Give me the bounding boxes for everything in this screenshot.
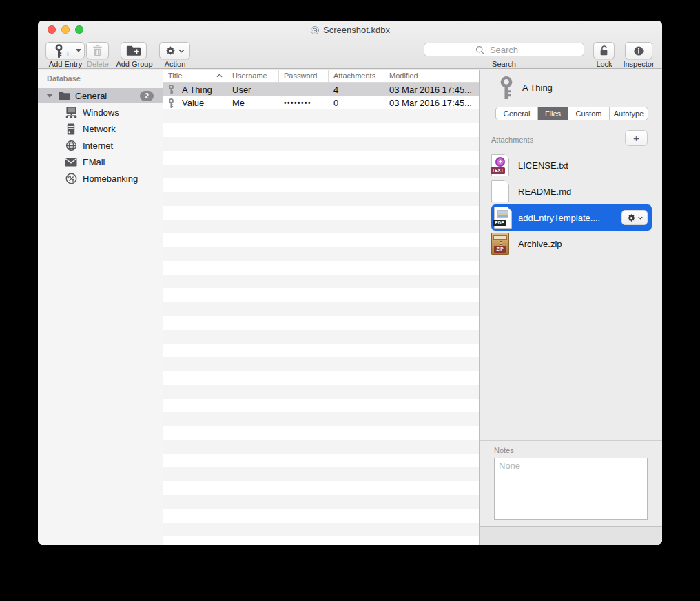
trash-icon (92, 45, 103, 56)
attachment-name: addEntryTemplate.... (518, 213, 600, 223)
attachment-name: README.md (518, 187, 571, 197)
window-chrome: Screenshot.kdbx + Add Entry (38, 21, 662, 69)
entry-table: Title Username Password Attachments Modi… (163, 70, 479, 545)
tab-custom[interactable]: Custom (568, 107, 610, 120)
attachments-label: Attachments (491, 136, 533, 144)
sidebar-item-email[interactable]: EMail (38, 154, 163, 170)
entry-count-badge: 2 (140, 91, 154, 101)
cell-modified: 03 Mar 2016 17:45... (384, 85, 479, 95)
disclosure-triangle-icon[interactable] (46, 94, 53, 98)
column-header-username[interactable]: Username (227, 70, 279, 82)
envelope-icon (64, 158, 78, 167)
divider (480, 440, 662, 441)
titlebar: Screenshot.kdbx (121, 24, 579, 36)
table-header: Title Username Password Attachments Modi… (163, 70, 479, 83)
sidebar-item-internet[interactable]: Internet (38, 137, 163, 154)
column-header-password[interactable]: Password (279, 70, 329, 82)
sidebar-section-header: Database (47, 74, 81, 83)
cell-username: Me (227, 98, 279, 108)
add-attachment-button[interactable]: + (625, 130, 648, 146)
sidebar-item-network[interactable]: Network (38, 120, 163, 137)
add-entry-dropdown[interactable] (72, 43, 84, 59)
action-button[interactable] (159, 42, 190, 59)
percent-circle-icon (64, 173, 78, 184)
inspector-caption: Inspector (615, 60, 662, 68)
folder-plus-icon (126, 45, 141, 56)
sidebar-item-label: Internet (83, 140, 113, 151)
add-entry-button[interactable]: + (45, 42, 85, 59)
cell-title: Value (182, 98, 204, 108)
sidebar-item-windows[interactable]: Windows (38, 104, 163, 120)
sidebar: Database General 2 (38, 70, 163, 545)
add-group-caption: Add Group (110, 60, 159, 68)
attachment-row[interactable]: README.md (491, 178, 652, 204)
cell-modified: 03 Mar 2016 17:45... (384, 98, 479, 108)
delete-button[interactable] (86, 42, 109, 59)
lock-button[interactable] (593, 42, 615, 59)
computer-network-icon (64, 107, 78, 118)
cell-attachments: 4 (329, 85, 384, 95)
attachment-name: LICENSE.txt (518, 160, 568, 171)
add-group-button[interactable] (121, 42, 147, 59)
attachment-name: Archive.zip (518, 239, 562, 249)
sidebar-group-label: General (75, 91, 107, 101)
info-icon (632, 45, 645, 57)
sidebar-item-label: EMail (83, 157, 105, 167)
tab-files[interactable]: Files (538, 107, 568, 120)
chevron-down-icon (638, 216, 643, 220)
notes-label: Notes (494, 446, 514, 454)
attachment-actions-button[interactable] (621, 210, 648, 225)
key-icon (167, 98, 175, 108)
key-plus-icon (54, 44, 64, 58)
action-caption: Action (155, 60, 195, 68)
gear-icon (165, 45, 176, 56)
column-header-title[interactable]: Title (163, 70, 227, 82)
search-input[interactable] (424, 43, 584, 56)
globe-icon (64, 140, 78, 151)
table-row[interactable]: Value Me •••••••• 0 03 Mar 2016 17:45... (163, 96, 479, 109)
attachment-row-selected[interactable]: PDF addEntryTemplate.... (491, 204, 652, 231)
inspector-panel: A Thing General Files Custom Autotype At… (479, 70, 662, 545)
sidebar-item-label: Windows (83, 107, 119, 118)
entry-key-icon (497, 76, 515, 99)
folder-icon (59, 92, 70, 101)
minimize-button[interactable] (61, 25, 70, 34)
column-header-modified[interactable]: Modified (384, 70, 479, 82)
zip-file-icon: ZIP (491, 233, 509, 255)
cell-password: •••••••• (279, 99, 329, 107)
tab-autotype[interactable]: Autotype (610, 107, 648, 120)
table-row[interactable]: A Thing User 4 03 Mar 2016 17:45... (163, 83, 479, 96)
cell-attachments: 0 (329, 98, 384, 108)
sidebar-item-homebanking[interactable]: Homebanking (38, 170, 163, 187)
chevron-down-icon (178, 49, 185, 53)
app-window: Screenshot.kdbx + Add Entry (38, 21, 662, 545)
sidebar-group-general[interactable]: General 2 (38, 88, 163, 103)
inspector-footer (480, 526, 662, 545)
search-field[interactable] (424, 43, 584, 56)
document-file-icon (491, 180, 509, 202)
attachment-row[interactable]: ZIP Archive.zip (491, 231, 652, 257)
search-caption: Search (424, 60, 584, 68)
empty-rows-area (163, 109, 479, 545)
document-proxy-icon (310, 25, 320, 35)
inspector-button[interactable] (625, 42, 652, 59)
window-title: Screenshot.kdbx (323, 25, 390, 35)
lock-open-icon (599, 45, 609, 56)
cell-title: A Thing (182, 85, 212, 95)
desktop: { "window": { "title": "Screenshot.kdbx"… (0, 0, 700, 601)
content-area: Database General 2 (38, 70, 662, 545)
dropdown-arrow-icon (76, 49, 81, 52)
server-icon (64, 123, 78, 135)
cell-username: User (227, 85, 279, 95)
column-header-attachments[interactable]: Attachments (329, 70, 384, 82)
sort-ascending-icon (216, 74, 223, 78)
close-button[interactable] (48, 25, 56, 34)
inspector-tabs: General Files Custom Autotype (495, 107, 648, 120)
pdf-file-icon: PDF (494, 207, 512, 229)
sidebar-item-label: Homebanking (83, 173, 138, 184)
attachment-row[interactable]: TEXT LICENSE.txt (491, 152, 652, 178)
notes-textarea[interactable] (494, 458, 648, 520)
gear-icon (627, 213, 636, 222)
tab-general[interactable]: General (496, 107, 538, 120)
zoom-button[interactable] (75, 25, 83, 34)
